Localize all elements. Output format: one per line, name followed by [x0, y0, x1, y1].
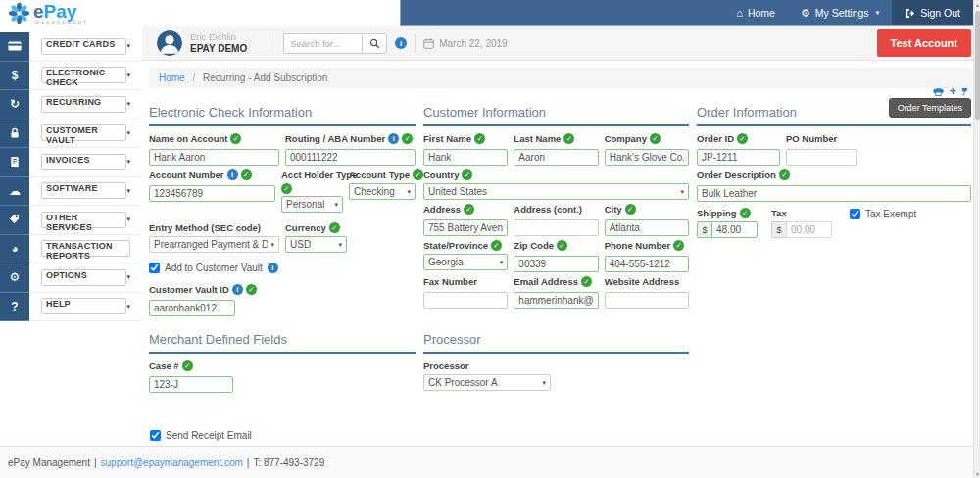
city-input[interactable]: [605, 219, 689, 236]
order-description-input[interactable]: [697, 185, 971, 202]
section-merchant-defined-fields: Merchant Defined Fields Case #✓: [149, 332, 416, 397]
nav-my-settings[interactable]: ⚙ My Settings ▾: [788, 0, 892, 25]
state-province-select[interactable]: Georgia ▾: [423, 254, 508, 270]
brand-logo[interactable]: ePay MANAGEMENT: [8, 2, 88, 26]
footer-phone: T: 877-493-3729: [253, 457, 324, 468]
customer-vault-id-input[interactable]: [149, 300, 235, 316]
chevron-down-icon: ▾: [126, 303, 130, 311]
sidebar-item-other-services[interactable]: OTHER SERVICES ▾: [0, 206, 142, 235]
scroll-down-arrow[interactable]: ▼: [974, 469, 980, 478]
chevron-down-icon: ▾: [407, 188, 411, 196]
info-icon[interactable]: i: [227, 169, 238, 180]
print-icon[interactable]: [933, 88, 944, 96]
processor-select[interactable]: CK Processor A ▾: [423, 374, 551, 391]
po-number-input[interactable]: [786, 149, 857, 166]
fax-number-input[interactable]: [423, 292, 508, 309]
valid-check-icon: ✓: [491, 240, 502, 251]
tax-group: $: [771, 221, 832, 238]
company-input[interactable]: [605, 149, 689, 166]
currency-select[interactable]: USD ▾: [285, 236, 347, 253]
sidebar-item-transaction-reports[interactable]: ◕ TRANSACTION REPORTS: [0, 235, 142, 264]
account-type-select[interactable]: Checking ▾: [349, 183, 416, 200]
entry-method-select[interactable]: Prearranged Payment & Deposit (P ▾: [149, 236, 279, 253]
divider: [269, 34, 270, 52]
tags-icon: [0, 206, 29, 235]
nav-sign-out[interactable]: Sign Out: [892, 0, 973, 25]
country-select[interactable]: United States ▾: [423, 183, 689, 200]
search-icon: [369, 38, 380, 49]
order-templates-button[interactable]: Order Templates: [889, 98, 971, 118]
dollar-icon: $: [0, 62, 29, 91]
brand-subtitle: MANAGEMENT: [35, 22, 88, 26]
chevron-down-icon: ▾: [126, 72, 130, 79]
sidebar-item-customer-vault[interactable]: CUSTOMER VAULT ▾: [0, 120, 142, 149]
chevron-down-icon: ▾: [338, 241, 342, 249]
scrollbar[interactable]: ▲ ▼: [973, 0, 980, 478]
nav-home[interactable]: ⌂ Home: [723, 0, 788, 25]
valid-check-icon: ✓: [581, 276, 592, 287]
valid-check-icon: ✓: [413, 169, 423, 180]
add-icon[interactable]: +: [949, 88, 956, 96]
chevron-down-icon: ▾: [126, 187, 130, 195]
user-block: Eric Eichlin EPAY DEMO: [190, 32, 247, 54]
scrollbar-thumb[interactable]: [975, 11, 980, 120]
valid-check-icon: ✓: [246, 284, 257, 295]
info-icon[interactable]: i: [395, 37, 407, 49]
chevron-down-icon: ▾: [542, 379, 546, 387]
send-receipt-row: Send Receipt Email: [150, 430, 971, 441]
chevron-down-icon: ▾: [126, 129, 130, 137]
avatar[interactable]: [157, 30, 182, 56]
order-id-input[interactable]: [697, 149, 780, 166]
first-name-input[interactable]: [423, 149, 508, 166]
footer-company: ePay Management: [8, 457, 90, 468]
chevron-down-icon: ▾: [126, 100, 130, 108]
gear-icon: ⚙: [801, 8, 810, 19]
sidebar: CREDIT CARDS ▾ $ ELECTRONIC CHECK ▾ ↻ RE…: [0, 26, 142, 446]
account-number-input[interactable]: [149, 185, 275, 202]
chevron-down-icon: ▾: [876, 9, 880, 17]
case-number-input[interactable]: [149, 376, 233, 393]
add-to-vault-row: Add to Customer Vault i: [149, 263, 416, 273]
valid-check-icon: ✓: [625, 204, 636, 215]
sidebar-item-recurring[interactable]: ↻ RECURRING ▾: [0, 90, 142, 120]
search-input[interactable]: [283, 33, 362, 54]
info-icon[interactable]: i: [388, 133, 399, 144]
tax-input[interactable]: [786, 221, 832, 238]
last-name-input[interactable]: [514, 149, 598, 166]
chevron-down-icon: ▾: [126, 215, 130, 223]
sidebar-item-options[interactable]: ⚙ OPTIONS ▾: [0, 263, 142, 293]
routing-aba-input[interactable]: [285, 149, 416, 166]
acct-holder-type-select[interactable]: Personal ▾: [281, 196, 343, 213]
zip-code-input[interactable]: [514, 256, 598, 272]
phone-number-input[interactable]: [605, 256, 689, 272]
info-icon[interactable]: i: [268, 263, 278, 273]
address-cont-input[interactable]: [514, 219, 598, 236]
valid-check-icon: ✓: [464, 204, 474, 215]
wrench-icon[interactable]: [961, 88, 971, 96]
chevron-down-icon: ▾: [126, 158, 130, 166]
sidebar-item-invoices[interactable]: INVOICES ▾: [0, 148, 142, 177]
sidebar-item-credit-cards[interactable]: CREDIT CARDS ▾: [0, 32, 142, 62]
website-address-input[interactable]: [605, 292, 689, 309]
section-electronic-check: Electronic Check Information Name on Acc…: [149, 105, 416, 320]
valid-check-icon: ✓: [474, 133, 485, 144]
support-email-link[interactable]: support@epaymanagement.com: [101, 457, 243, 468]
shipping-input[interactable]: [711, 221, 758, 238]
sidebar-item-software[interactable]: ☁ SOFTWARE ▾: [0, 177, 142, 207]
name-on-account-input[interactable]: [149, 149, 279, 166]
tax-exempt-row: Tax Exempt: [850, 209, 916, 219]
search-button[interactable]: [362, 33, 387, 54]
sidebar-item-electronic-check[interactable]: $ ELECTRONIC CHECK ▾: [0, 62, 142, 91]
valid-check-icon: ✓: [650, 133, 661, 144]
info-icon[interactable]: i: [232, 284, 243, 295]
breadcrumb-home-link[interactable]: Home: [159, 72, 185, 83]
add-to-customer-vault-checkbox[interactable]: [149, 263, 160, 273]
tax-exempt-checkbox[interactable]: [850, 209, 860, 219]
address-input[interactable]: [423, 219, 508, 236]
scroll-up-arrow[interactable]: ▲: [974, 0, 980, 9]
send-receipt-email-checkbox[interactable]: [150, 430, 161, 441]
test-account-button[interactable]: Test Account: [877, 29, 971, 57]
calendar-icon[interactable]: [423, 38, 434, 49]
sidebar-item-help[interactable]: ? HELP ▾: [0, 293, 142, 322]
email-address-input[interactable]: [514, 292, 598, 309]
